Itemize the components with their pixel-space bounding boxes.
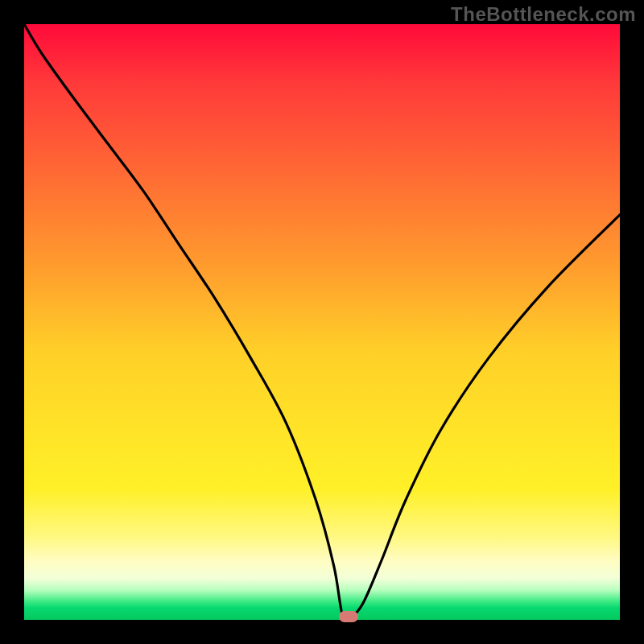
curve-svg — [24, 24, 620, 620]
watermark-label: TheBottleneck.com — [451, 3, 636, 26]
bottleneck-curve — [24, 24, 620, 620]
chart-canvas: TheBottleneck.com — [0, 0, 644, 644]
plot-area — [24, 24, 620, 620]
optimal-point-marker — [339, 611, 358, 622]
